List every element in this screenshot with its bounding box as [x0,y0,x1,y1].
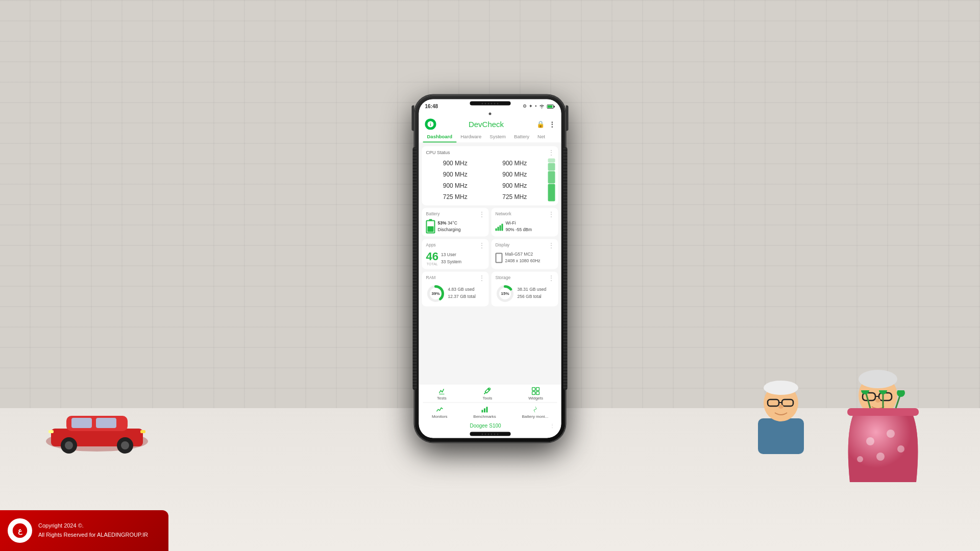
display-resolution: 2408 x 1080 60Hz [505,258,541,264]
device-bar-menu[interactable]: ⋮ [550,423,555,429]
tests-icon [437,387,446,395]
cpu-freq-4b: 725 MHz [485,192,544,202]
battery-monitor-icon [531,405,539,413]
svg-rect-33 [847,408,919,416]
svg-point-14 [859,370,897,388]
network-type: Wi-Fi [506,220,532,227]
phone: 16:48 ⚙ ✦ • [415,95,566,442]
status-time: 16:48 [425,104,438,109]
cpu-freq-2b: 900 MHz [485,169,544,180]
svg-rect-54 [532,387,535,390]
cpu-status-card: CPU Status ⋮ 900 MHz 900 MHz 900 MHz 900… [422,146,558,205]
battery-icon [426,220,435,233]
battery-percent: 53% 34°C [438,220,461,227]
svg-rect-58 [482,410,483,412]
top-speaker [470,101,510,105]
cpu-freq-1a: 900 MHz [426,158,485,168]
svg-point-32 [897,445,904,453]
cpu-freq-4a: 725 MHz [426,192,485,202]
signal-bar-2 [498,227,499,231]
svg-point-37 [861,390,869,394]
nav-tools[interactable]: Tools [483,387,493,400]
tab-hardware[interactable]: Hardware [456,132,485,142]
lock-icon[interactable]: 🔒 [536,120,545,128]
storage-menu[interactable]: ⋮ [548,274,554,282]
nav-monitors[interactable]: Monitors [432,405,448,419]
apps-card: Apps ⋮ 46 TOTAL 13 User 33 System [422,239,489,269]
battery-fill [428,226,434,232]
ram-menu[interactable]: ⋮ [479,274,485,282]
network-strength: 90% -55 dBm [506,227,532,233]
svg-point-8 [121,441,129,449]
svg-rect-44 [547,105,552,108]
svg-rect-43 [554,106,555,107]
svg-rect-10 [140,430,145,433]
wifi-icon [538,104,545,109]
network-menu[interactable]: ⋮ [548,211,554,218]
cpu-card-header: CPU Status ⋮ [426,149,554,156]
storage-info: 38.31 GB used 256 GB total [518,287,547,300]
rugged-grip-right [564,147,568,390]
device-name: Doogee S100 [470,423,501,429]
widgets-icon [532,387,540,395]
battery-info: 53% 34°C Discharging [438,220,461,234]
nav-benchmarks[interactable]: Benchmarks [473,405,496,419]
signal-bar-4 [502,223,503,231]
nav-tabs: Dashboard Hardware System Battery Net [419,130,561,143]
storage-total: 256 GB total [518,293,547,300]
toy-car-decoration [41,400,153,457]
tab-battery[interactable]: Battery [510,132,533,142]
watermark-line2: All Rights Reserved for ALAEDINGROUP.IR [38,531,148,540]
watermark-logo: ع [8,518,32,543]
battery-menu[interactable]: ⋮ [479,211,485,218]
header-icons: 🔒 ⋮ [536,120,555,128]
network-content: Wi-Fi 90% -55 dBm [496,220,554,233]
cpu-freq-3b: 900 MHz [485,181,544,191]
apps-count-section: 46 TOTAL [426,251,438,266]
monitors-icon [435,405,444,413]
apps-menu[interactable]: ⋮ [479,242,485,249]
network-info: Wi-Fi 90% -55 dBm [506,220,532,233]
battery-status-icon [547,104,555,109]
network-card-header: Network ⋮ [496,211,554,218]
nav-battery-monitor[interactable]: Battery moni... [522,405,549,419]
rugged-grip-left [413,147,417,390]
tab-dashboard[interactable]: Dashboard [423,132,457,142]
svg-point-38 [879,390,887,394]
cpu-bar-chart [548,158,555,201]
storage-content: 15% 38.31 GB used 256 GB total [496,284,554,303]
signal-bar-1 [496,228,497,231]
apps-card-header: Apps ⋮ [426,242,485,249]
apps-total: 46 [426,251,438,262]
ram-content: 39% 4.83 GB used 12.37 GB total [426,284,485,303]
status-icons: ⚙ ✦ • [523,104,555,109]
nav-widgets[interactable]: Widgets [528,387,543,400]
svg-line-52 [484,392,486,394]
battery-card-header: Battery ⋮ [426,211,485,218]
apps-title: Apps [426,242,436,247]
svg-rect-9 [48,430,54,433]
cpu-card-title: CPU Status [426,150,450,155]
battery-content: 53% 34°C Discharging [426,220,485,233]
tab-system[interactable]: System [485,132,510,142]
cpu-card-menu[interactable]: ⋮ [548,149,554,156]
storage-percent: 15% [496,284,515,303]
app-title: DevCheck [436,120,536,129]
tab-net[interactable]: Net [533,132,549,142]
more-options-icon[interactable]: ⋮ [549,120,555,128]
svg-text:i: i [430,122,431,127]
ram-used: 4.83 GB used [448,287,476,294]
storage-card-header: Storage ⋮ [496,274,554,282]
tools-icon [483,387,492,395]
svg-rect-57 [536,391,540,394]
display-menu[interactable]: ⋮ [548,242,554,249]
display-card-header: Display ⋮ [496,242,554,249]
cpu-frequency-grid: 900 MHz 900 MHz 900 MHz 900 MHz 900 MHz … [426,158,554,202]
svg-rect-3 [71,418,92,428]
signal-bars [496,222,503,231]
network-title: Network [496,211,511,216]
svg-point-27 [778,405,783,409]
battery-card: Battery ⋮ 53% 34°C Discharging [422,208,489,236]
phone-screen: 16:48 ⚙ ✦ • [419,99,561,438]
nav-tests[interactable]: Tests [437,387,447,400]
